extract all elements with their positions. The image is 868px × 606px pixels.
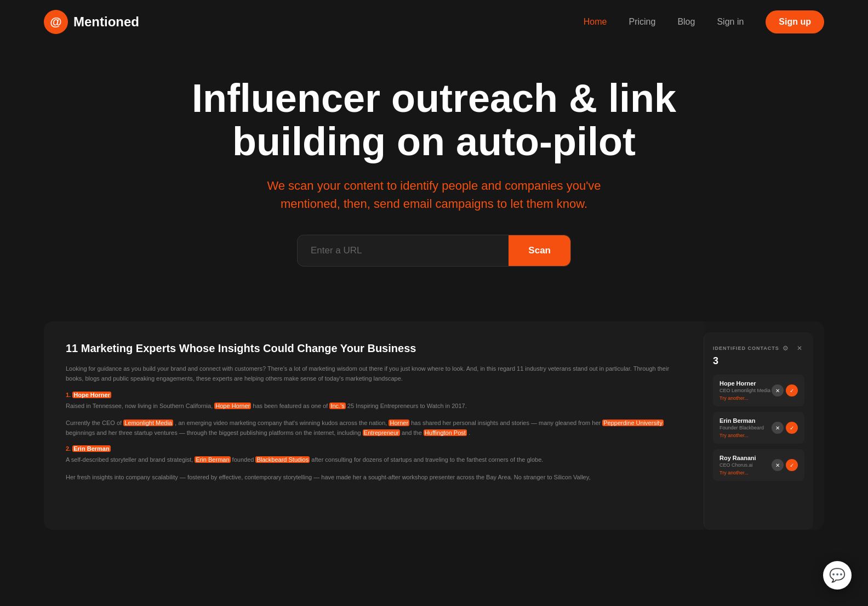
contact-try-1[interactable]: Try another... <box>719 395 772 401</box>
contact-reject-2[interactable]: ✕ <box>772 422 784 434</box>
inc-highlight: Inc.'s <box>329 403 345 409</box>
nav-links: Home Pricing Blog Sign in Sign up <box>584 10 824 33</box>
scan-form: Scan <box>297 235 571 267</box>
blackbeard-highlight: Blackbeard Studios <box>255 456 310 463</box>
contacts-panel: IDENTIFIED CONTACTS ⚙ ✕ 3 Hope Horner CE… <box>704 332 813 530</box>
contact-try-2[interactable]: Try another... <box>719 433 772 438</box>
header-icons: ⚙ ✕ <box>780 343 804 353</box>
contact-role-3: CEO Chorus.ai <box>719 462 772 468</box>
scan-button[interactable]: Scan <box>509 235 570 266</box>
contact-card-2: Erin Berman Founder Blackbeard Try anoth… <box>713 412 804 444</box>
contact-accept-2[interactable]: ✓ <box>786 422 798 434</box>
contact-card-1: Hope Horner CEO Lemonlight Media Try ano… <box>713 375 804 406</box>
lemonlight-highlight: Lemonlight Media <box>123 420 173 426</box>
hero-title: Influencer outreach & link building on a… <box>187 77 681 163</box>
url-input[interactable] <box>298 235 509 266</box>
contacts-label: IDENTIFIED CONTACTS <box>713 346 779 351</box>
contacts-count: 3 <box>713 355 804 367</box>
contact-role-2: Founder Blackbeard <box>719 425 772 431</box>
erin-berman-highlight: Erin Berman <box>195 456 230 463</box>
section2-name-highlight: Erin Berman <box>72 445 110 452</box>
section1-body1: Raised in Tennessee, now living in South… <box>66 401 682 411</box>
pepperdine-highlight: Pepperdine University <box>602 420 664 426</box>
horner-highlight: Horner <box>389 420 409 426</box>
huffpost-highlight: Huffington Post <box>424 429 467 436</box>
section2-body2: Her fresh insights into company scalabil… <box>66 473 682 483</box>
section2-body1: A self-described storyteller and brand s… <box>66 455 682 465</box>
contact-name-1: Hope Horner <box>719 380 772 387</box>
chat-icon: 💬 <box>829 568 846 583</box>
section1-header: 1. Hope Horner <box>66 392 682 398</box>
hope-horner-highlight1: Hope Horner <box>214 403 251 409</box>
contact-actions-2: ✕ ✓ <box>772 422 798 434</box>
contact-info-1: Hope Horner CEO Lemonlight Media Try ano… <box>719 380 772 401</box>
nav-home[interactable]: Home <box>584 17 607 27</box>
article-title: 11 Marketing Experts Whose Insights Coul… <box>66 341 682 355</box>
contact-reject-1[interactable]: ✕ <box>772 384 784 397</box>
contact-info-2: Erin Berman Founder Blackbeard Try anoth… <box>719 417 772 438</box>
contact-role-1: CEO Lemonlight Media <box>719 388 772 393</box>
contact-accept-3[interactable]: ✓ <box>786 459 798 471</box>
settings-icon[interactable]: ⚙ <box>780 343 790 353</box>
scan-bar: Scan <box>44 235 824 267</box>
entrepreneur-highlight: Entrepreneur <box>363 429 400 436</box>
chat-button[interactable]: 💬 <box>823 561 852 590</box>
contact-actions-3: ✕ ✓ <box>772 459 798 471</box>
contact-accept-1[interactable]: ✓ <box>786 384 798 397</box>
logo: @ Mentioned <box>44 10 139 34</box>
contacts-header: IDENTIFIED CONTACTS ⚙ ✕ <box>713 343 804 353</box>
close-icon[interactable]: ✕ <box>795 343 804 353</box>
demo-article: 11 Marketing Experts Whose Insights Coul… <box>44 321 704 530</box>
section1-body2: Currently the CEO of Lemonlight Media , … <box>66 418 682 438</box>
contact-reject-3[interactable]: ✕ <box>772 459 784 471</box>
article-intro: Looking for guidance as you build your b… <box>66 364 682 383</box>
nav-signin[interactable]: Sign in <box>717 17 744 27</box>
hero-section: Influencer outreach & link building on a… <box>0 44 868 321</box>
contact-name-3: Roy Raanani <box>719 455 772 461</box>
nav-pricing[interactable]: Pricing <box>629 17 655 27</box>
nav-blog[interactable]: Blog <box>677 17 695 27</box>
hero-subtitle: We scan your content to identify people … <box>248 177 620 213</box>
section2-header: 2. Erin Berman <box>66 445 682 452</box>
contact-try-3[interactable]: Try another... <box>719 470 772 475</box>
contact-card-3: Roy Raanani CEO Chorus.ai Try another...… <box>713 449 804 481</box>
logo-icon: @ <box>44 10 68 34</box>
contact-info-3: Roy Raanani CEO Chorus.ai Try another... <box>719 455 772 475</box>
signup-button[interactable]: Sign up <box>766 10 824 33</box>
navbar: @ Mentioned Home Pricing Blog Sign in Si… <box>0 0 868 44</box>
section1-name-highlight: Hope Horner <box>72 392 111 398</box>
contact-name-2: Erin Berman <box>719 417 772 424</box>
logo-text: Mentioned <box>73 14 139 30</box>
demo-section: 11 Marketing Experts Whose Insights Coul… <box>44 321 824 530</box>
contact-actions-1: ✕ ✓ <box>772 384 798 397</box>
